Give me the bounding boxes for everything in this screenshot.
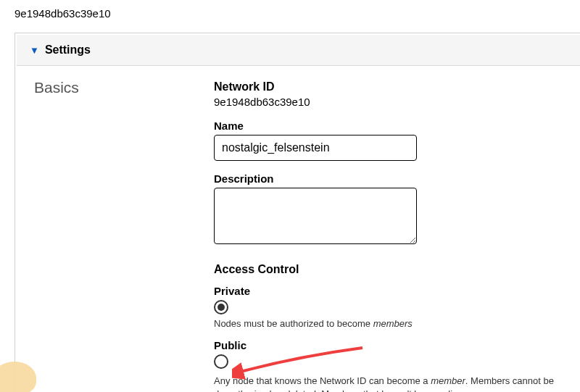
settings-header[interactable]: ▼ Settings: [17, 35, 580, 66]
settings-panel: ▼ Settings Basics Network ID 9e1948db63c…: [14, 33, 580, 392]
description-textarea[interactable]: [214, 188, 417, 244]
radio-selected-dot: [218, 304, 225, 311]
public-option-label: Public: [214, 339, 563, 351]
public-radio[interactable]: [214, 354, 228, 369]
network-id-label: Network ID: [214, 80, 563, 93]
chevron-down-icon: ▼: [30, 46, 39, 55]
private-helper-text: Nodes must be authorized to become membe…: [214, 317, 563, 330]
section-basics-label: Basics: [34, 79, 214, 392]
network-id-value: 9e1948db63c39e10: [214, 96, 563, 108]
page-network-id: 9e1948db63c39e10: [0, 0, 580, 33]
settings-title: Settings: [45, 43, 91, 57]
private-option-label: Private: [214, 285, 563, 297]
name-label: Name: [214, 120, 563, 132]
name-input[interactable]: [214, 135, 417, 161]
private-radio[interactable]: [214, 300, 228, 314]
public-helper-text: Any node that knows the Network ID can b…: [214, 375, 563, 392]
access-control-label: Access Control: [214, 263, 563, 276]
description-label: Description: [214, 172, 563, 185]
